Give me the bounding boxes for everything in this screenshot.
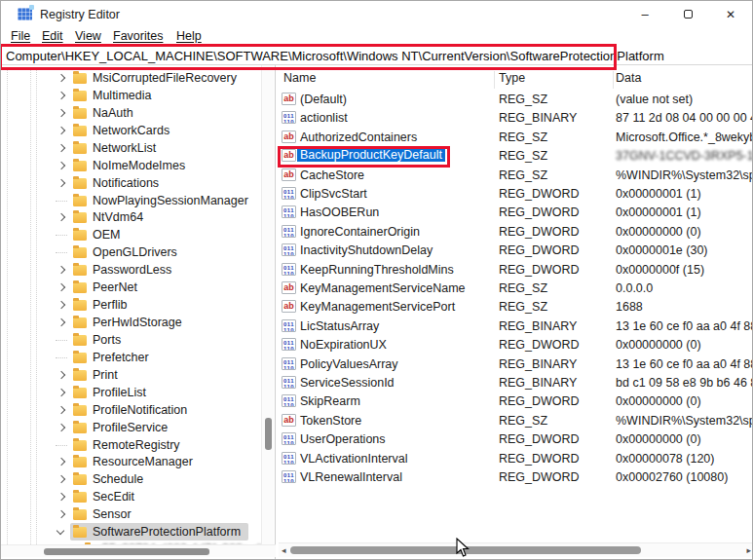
tree-item-label[interactable]: Print xyxy=(93,368,118,382)
chevron-right-icon[interactable] xyxy=(57,178,65,186)
tree-item-SoftwareProtectionPlatform[interactable]: SoftwareProtectionPlatform xyxy=(1,523,276,541)
value-name[interactable]: VLRenewalInterval xyxy=(300,470,402,484)
chevron-right-icon[interactable] xyxy=(57,301,65,309)
value-name[interactable]: HasOOBERun xyxy=(300,205,379,219)
chevron-right-icon[interactable] xyxy=(57,266,65,274)
value-row-InactivityShutdownDelay[interactable]: 011110InactivityShutdownDelayREG_DWORD0x… xyxy=(279,242,753,260)
tree-item-Perflib[interactable]: Perflib xyxy=(1,296,276,314)
scroll-left-icon[interactable]: ◂ xyxy=(282,545,286,555)
chevron-right-icon[interactable] xyxy=(57,458,65,466)
value-name[interactable]: AuthorizedContainers xyxy=(300,131,417,144)
value-name[interactable]: TokenStore xyxy=(300,414,361,428)
tree-item-NaAuth[interactable]: NaAuth xyxy=(1,104,276,122)
value-name[interactable]: InactivityShutdownDelay xyxy=(300,243,433,257)
chevron-right-icon[interactable] xyxy=(57,127,65,134)
tree-item-ProfileNotification[interactable]: ProfileNotification xyxy=(1,401,276,419)
value-name[interactable]: KeyManagementServiceName xyxy=(300,281,466,295)
chevron-right-icon[interactable] xyxy=(57,318,65,326)
tree-item-label[interactable]: ProfileList xyxy=(93,386,146,399)
value-row-ClipSvcStart[interactable]: 011110ClipSvcStartREG_DWORD0x00000001 (1… xyxy=(279,185,753,204)
chevron-right-icon[interactable] xyxy=(57,283,65,291)
chevron-right-icon[interactable] xyxy=(57,405,65,413)
tree-item-ProfileService[interactable]: ProfileService xyxy=(1,419,276,436)
column-header-name[interactable]: Name xyxy=(283,71,316,85)
tree-item-label[interactable]: Notifications xyxy=(93,176,159,190)
tree-item-PerHwIdStorage[interactable]: PerHwIdStorage xyxy=(1,314,276,331)
chevron-right-icon[interactable] xyxy=(57,423,65,430)
tree-item-label[interactable]: NoImeModeImes xyxy=(93,159,185,172)
tree-item-Sensor[interactable]: Sensor xyxy=(1,505,276,523)
tree-item-label[interactable]: Prefetcher xyxy=(93,351,149,364)
tree-item-label[interactable]: MsiCorruptedFileRecovery xyxy=(93,71,237,85)
tree-horizontal-scrollbar-thumb[interactable] xyxy=(44,548,209,555)
tree-horizontal-scrollbar[interactable] xyxy=(1,544,276,557)
column-separator[interactable] xyxy=(613,71,614,89)
tree-item-label[interactable]: OpenGLDrivers xyxy=(93,245,177,259)
value-row-SkipRearm[interactable]: 011110SkipRearmREG_DWORD0x00000000 (0) xyxy=(279,392,753,411)
maximize-button[interactable] xyxy=(666,1,709,28)
value-row-KeyManagementServiceName[interactable]: abKeyManagementServiceNameREG_SZ0.0.0.0 xyxy=(279,280,753,298)
tree-item-label[interactable]: NtVdm64 xyxy=(93,210,143,224)
tree-item-label[interactable]: PeerNet xyxy=(93,280,137,294)
value-name[interactable]: IgnoreContainerOrigin xyxy=(300,225,420,239)
value-name[interactable]: KeyManagementServicePort xyxy=(300,300,455,314)
value-row-TokenStore[interactable]: abTokenStoreREG_SZ%WINDIR%\System32\spp\ xyxy=(279,412,753,430)
value-name[interactable]: PolicyValuesArray xyxy=(300,357,398,371)
column-separator[interactable] xyxy=(494,71,495,89)
value-name[interactable]: VLActivationInterval xyxy=(300,452,407,466)
tree-item-label[interactable]: SecEdit xyxy=(93,490,134,504)
tree-item-OpenGLDrivers[interactable]: OpenGLDrivers xyxy=(1,243,276,261)
value-name[interactable]: (Default) xyxy=(300,93,347,106)
tree-item-label[interactable]: Ports xyxy=(93,333,121,347)
tree-item-NetworkCards[interactable]: NetworkCards xyxy=(1,122,276,139)
tree-item-label[interactable]: NaAuth xyxy=(93,106,133,120)
value-row-UserOperations[interactable]: 011110UserOperationsREG_DWORD0x00000000 … xyxy=(279,430,753,449)
tree-item-ResourceManager[interactable]: ResourceManager xyxy=(1,453,276,470)
value-row-(Default)[interactable]: ab(Default)REG_SZ(value not set) xyxy=(279,91,753,109)
close-button[interactable]: ✕ xyxy=(709,1,752,28)
value-row-VLRenewalInterval[interactable]: 011110VLRenewalIntervalREG_DWORD0x000027… xyxy=(279,468,753,487)
tree-vertical-scrollbar[interactable] xyxy=(261,65,274,544)
tree-item-label[interactable]: NetworkList xyxy=(93,141,156,155)
value-name[interactable]: LicStatusArray xyxy=(300,319,379,333)
tree-item-label[interactable]: PasswordLess xyxy=(93,263,171,277)
chevron-right-icon[interactable] xyxy=(57,388,65,395)
menu-file[interactable]: File xyxy=(11,29,30,43)
minimize-button[interactable]: – xyxy=(623,1,666,28)
value-row-PolicyValuesArray[interactable]: 011110PolicyValuesArrayREG_BINARY13 1e 6… xyxy=(279,355,753,374)
value-row-CacheStore[interactable]: abCacheStoreREG_SZ%WINDIR%\System32\spp\ xyxy=(279,167,753,185)
menu-help[interactable]: Help xyxy=(176,29,202,43)
tree-item-label[interactable]: OEM xyxy=(93,228,120,242)
value-row-ServiceSessionId[interactable]: 011110ServiceSessionIdREG_BINARYbd c1 09… xyxy=(279,374,753,392)
tree-vertical-scrollbar-thumb[interactable] xyxy=(265,418,272,450)
menu-favorites[interactable]: Favorites xyxy=(113,29,163,43)
value-row-actionlist[interactable]: 011110actionlistREG_BINARY87 11 2d 08 04… xyxy=(279,109,753,128)
column-header-data[interactable]: Data xyxy=(616,71,641,85)
tree-item-OEM[interactable]: OEM xyxy=(1,226,276,243)
tree-item-label[interactable]: PerHwIdStorage xyxy=(93,316,182,329)
value-name[interactable]: actionlist xyxy=(300,111,348,125)
chevron-right-icon[interactable] xyxy=(57,92,65,99)
value-row-KeepRunningThresholdMins[interactable]: 011110KeepRunningThresholdMinsREG_DWORD0… xyxy=(279,261,753,280)
value-name[interactable]: NoExpirationUX xyxy=(300,338,387,352)
tree-item-SecEdit[interactable]: SecEdit xyxy=(1,488,276,505)
column-header-type[interactable]: Type xyxy=(499,71,525,85)
chevron-down-icon[interactable] xyxy=(56,527,64,535)
chevron-right-icon[interactable] xyxy=(57,109,65,117)
tree-item-label[interactable]: ResourceManager xyxy=(93,455,193,468)
tree-item-label[interactable]: NetworkCards xyxy=(93,124,169,137)
value-name[interactable]: UserOperations xyxy=(300,432,386,446)
tree-item-RemoteRegistry[interactable]: RemoteRegistry xyxy=(1,436,276,454)
value-row-AuthorizedContainers[interactable]: abAuthorizedContainersREG_SZMicrosoft.Of… xyxy=(279,129,753,147)
tree-item-label[interactable]: ProfileService xyxy=(93,421,168,434)
tree-item-Ports[interactable]: Ports xyxy=(1,331,276,349)
tree-item-label[interactable]: NowPlayingSessionManager xyxy=(93,194,248,207)
tree-item-NetworkList[interactable]: NetworkList xyxy=(1,139,276,157)
tree-item-Prefetcher[interactable]: Prefetcher xyxy=(1,349,276,366)
value-name[interactable]: KeepRunningThresholdMins xyxy=(300,263,454,277)
value-row-LicStatusArray[interactable]: 011110LicStatusArrayREG_BINARY13 1e 60 c… xyxy=(279,317,753,336)
tree-item-NtVdm64[interactable]: NtVdm64 xyxy=(1,208,276,226)
value-name[interactable]: ClipSvcStart xyxy=(300,187,367,201)
value-name[interactable]: ServiceSessionId xyxy=(300,376,395,390)
tree-item-Schedule[interactable]: Schedule xyxy=(1,470,276,488)
